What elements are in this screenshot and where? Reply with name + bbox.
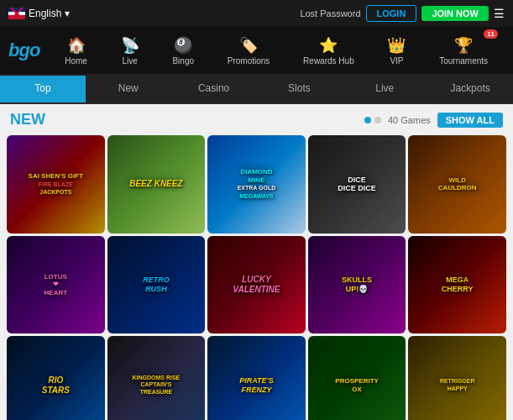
vip-icon: 👑 xyxy=(387,36,406,55)
nav-live[interactable]: 📡 Live xyxy=(116,33,144,69)
show-all-button[interactable]: SHOW ALL xyxy=(437,113,503,128)
lang-label: English xyxy=(29,8,61,19)
game-prosperity-ox[interactable]: PROSPERITYOX xyxy=(308,336,406,420)
menu-icon[interactable]: ☰ xyxy=(494,7,505,20)
bingo-icon: 🎱 xyxy=(174,36,192,55)
top-bar-actions: Lost Password LOGIN JOIN NOW ☰ xyxy=(300,5,505,22)
nav-vip-label: VIP xyxy=(390,56,403,66)
nav-home-label: Home xyxy=(65,56,87,66)
live-icon: 📡 xyxy=(121,36,139,55)
nav-tournaments-label: Tournaments xyxy=(439,56,488,66)
top-bar: English ▾ Lost Password LOGIN JOIN NOW ☰ xyxy=(0,0,513,27)
main-nav: bgo 🏠 Home 📡 Live 🎱 Bingo 🏷️ Promotions … xyxy=(0,27,513,74)
tab-live[interactable]: Live xyxy=(342,76,427,102)
game-lucky-valentine[interactable]: LuckyValentine xyxy=(207,236,306,334)
rewards-icon: ⭐ xyxy=(319,36,338,55)
tab-jackpots[interactable]: Jackpots xyxy=(427,76,513,102)
game-pirates-frenzy[interactable]: PIRATE'SFRENZY xyxy=(207,336,306,420)
section-header: NEW 40 Games SHOW ALL xyxy=(0,104,513,132)
dot-indicators xyxy=(364,117,381,123)
tab-slots[interactable]: Slots xyxy=(256,76,342,102)
game-lotus-heart[interactable]: LOTUS❤HEART xyxy=(7,236,105,334)
game-diamond-mine[interactable]: DIAMONDMINEExtra GoldMEGAWAYS xyxy=(207,135,306,234)
game-wild-cauldron[interactable]: WILDCAULDRON xyxy=(408,135,506,234)
lost-password-link[interactable]: Lost Password xyxy=(300,8,360,18)
promotions-icon: 🏷️ xyxy=(239,36,258,55)
games-grid: SAI SHEN'S GIFTFIRE BLAZEJACKPOTS Beez K… xyxy=(0,132,513,420)
nav-bingo-label: Bingo xyxy=(172,56,194,66)
game-beez-kneez[interactable]: Beez Kneez xyxy=(107,135,206,234)
nav-promotions[interactable]: 🏷️ Promotions xyxy=(222,33,275,69)
game-mega-cherry[interactable]: MEGACHERRY xyxy=(408,236,506,334)
nav-home[interactable]: 🏠 Home xyxy=(60,33,92,69)
join-button[interactable]: JOIN NOW xyxy=(421,6,489,21)
game-dice-dice-dice[interactable]: DiceDice Dice xyxy=(308,135,406,234)
flag-icon xyxy=(8,8,25,19)
dot-1[interactable] xyxy=(364,117,371,123)
game-captains-treasure[interactable]: KINGDOMS RISECaptain'sTreasure xyxy=(107,336,206,420)
nav-promotions-label: Promotions xyxy=(228,56,270,66)
home-icon: 🏠 xyxy=(67,36,86,55)
section-title: NEW xyxy=(10,111,45,129)
tournaments-badge: 11 xyxy=(484,29,498,39)
game-retro-rush[interactable]: RETRORUSH xyxy=(107,236,206,334)
nav-live-label: Live xyxy=(122,56,137,66)
language-selector[interactable]: English ▾ xyxy=(8,8,70,19)
sub-nav: Top New Casino Slots Live Jackpots xyxy=(0,74,513,104)
dot-2[interactable] xyxy=(374,117,381,123)
tab-new[interactable]: New xyxy=(86,76,171,102)
tournaments-icon: 🏆 xyxy=(454,36,473,55)
games-count: 40 Games xyxy=(388,115,431,125)
game-skulls-up[interactable]: SKULLSUP!💀 xyxy=(308,236,406,334)
nav-rewards-label: Rewards Hub xyxy=(303,56,354,66)
game-sai-shens-gift[interactable]: SAI SHEN'S GIFTFIRE BLAZEJACKPOTS xyxy=(7,135,105,234)
logo[interactable]: bgo xyxy=(8,39,39,61)
nav-rewards[interactable]: ⭐ Rewards Hub xyxy=(298,33,359,69)
login-button[interactable]: LOGIN xyxy=(366,5,417,22)
game-retrigger-happy[interactable]: RETRIGGERHAPPY xyxy=(408,336,506,420)
chevron-down-icon: ▾ xyxy=(65,8,70,19)
tab-casino[interactable]: Casino xyxy=(171,76,257,102)
nav-items: 🏠 Home 📡 Live 🎱 Bingo 🏷️ Promotions ⭐ Re… xyxy=(48,33,505,69)
content-area: NEW 40 Games SHOW ALL SAI SHEN'S GIFTFIR… xyxy=(0,104,513,420)
nav-bingo[interactable]: 🎱 Bingo xyxy=(167,33,199,69)
nav-tournaments[interactable]: 🏆 11 Tournaments xyxy=(434,33,493,69)
game-rio-stars[interactable]: RIOSTARS xyxy=(7,336,105,420)
tab-top[interactable]: Top xyxy=(0,76,86,102)
nav-vip[interactable]: 👑 VIP xyxy=(382,33,411,69)
section-controls: 40 Games SHOW ALL xyxy=(364,113,503,128)
